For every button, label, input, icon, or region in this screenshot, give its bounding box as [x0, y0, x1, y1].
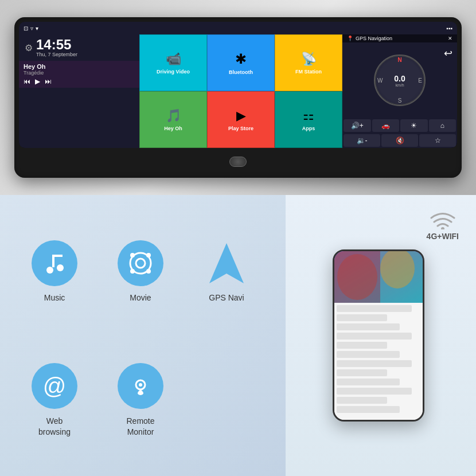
media-subtitle: Tragédie: [24, 70, 135, 76]
physical-home-button[interactable]: [229, 157, 247, 167]
svg-point-1: [57, 264, 64, 271]
svg-point-6: [130, 253, 135, 257]
next-button[interactable]: ⏭: [45, 77, 52, 85]
phone-content: [334, 303, 423, 420]
svg-point-12: [139, 383, 142, 387]
status-bar: ⊡ ▿ ▾ ▪▪▪: [19, 22, 457, 34]
app-tile-play-store[interactable]: ▶ Play Store: [207, 91, 275, 148]
phone-list-6: [337, 351, 400, 358]
app-tile-bluetooth[interactable]: ✱ Bluetooth: [207, 34, 275, 91]
feature-remote-monitor: RemoteMonitor: [103, 341, 178, 459]
compass-north: N: [397, 57, 401, 63]
compass-east: E: [418, 77, 422, 84]
fm-station-label: FM Station: [295, 69, 322, 75]
clock-section: ⚙ 14:55 Thu, 7 September: [19, 34, 139, 61]
svg-point-8: [130, 269, 135, 274]
phone-list-5: [337, 342, 387, 349]
wifi-badge: 4G+WIFI: [427, 206, 459, 241]
features-left: Music Movie: [0, 195, 281, 476]
app-tile-driving-video[interactable]: 📹 Driving Video: [139, 34, 207, 91]
web-browsing-label: Webbrowsing: [38, 416, 71, 436]
web-browsing-icon-circle: @: [32, 363, 77, 409]
settings-icon[interactable]: ⚙: [25, 42, 33, 53]
app-tile-fm-station[interactable]: 📡 FM Station: [275, 34, 342, 91]
phone-list-2: [337, 314, 387, 321]
gps-navi-icon-wrap: [204, 240, 249, 286]
prev-button[interactable]: ⏮: [24, 77, 30, 85]
gps-pin-icon: 📍: [347, 36, 353, 41]
remote-monitor-icon-circle: [118, 363, 163, 409]
svg-point-5: [136, 259, 145, 268]
fm-station-icon: 📡: [301, 52, 317, 67]
compass-west: W: [377, 77, 383, 84]
svg-rect-3: [52, 255, 63, 257]
play-store-label: Play Store: [228, 126, 253, 131]
car-button[interactable]: 🚗: [372, 119, 400, 132]
phone-list-3: [337, 323, 400, 330]
music-label: Music: [44, 293, 65, 302]
status-bar-left: ⊡ ▿ ▾: [24, 25, 38, 32]
brightness-down-button[interactable]: ☆: [419, 134, 456, 147]
vol-up-button[interactable]: 🔊+: [344, 119, 371, 132]
brightness-up-button[interactable]: ☀: [400, 119, 428, 132]
phone-list-10: [337, 388, 412, 395]
clock-date: Thu, 7 September: [36, 52, 77, 57]
svg-point-9: [146, 269, 151, 274]
svg-point-13: [441, 227, 444, 229]
phone-list-1: [337, 305, 412, 312]
gps-close-icon[interactable]: ✕: [448, 36, 452, 41]
clock-time: 14:55: [36, 38, 77, 52]
hey-oh-icon: 🎵: [166, 108, 181, 123]
movie-label: Movie: [130, 293, 151, 302]
feature-music: Music: [17, 212, 92, 330]
mute-button[interactable]: 🔇: [381, 134, 418, 147]
phone-screen: [334, 251, 423, 420]
status-icon-3: ▾: [36, 25, 38, 32]
phone-list-7: [337, 360, 412, 367]
screen-content: ⚙ 14:55 Thu, 7 September Hey Oh Tragédie…: [19, 34, 457, 148]
music-icon: [43, 252, 66, 275]
movie-icon-circle: [118, 240, 163, 286]
play-button[interactable]: ▶: [35, 77, 40, 85]
app-grid: 📹 Driving Video ✱ Bluetooth 📡 FM Station…: [139, 34, 342, 148]
gps-navi-icon: [206, 240, 247, 286]
gps-bar: 📍 GPS Navigation ✕: [342, 34, 457, 42]
media-title: Hey Oh: [24, 63, 135, 70]
wifi-icon: [428, 206, 457, 229]
music-icon-circle: [32, 240, 77, 286]
bluetooth-icon: ✱: [235, 51, 247, 67]
feature-web-browsing: @ Webbrowsing: [17, 341, 92, 459]
home-button[interactable]: ⌂: [429, 119, 457, 132]
feature-movie: Movie: [103, 212, 178, 330]
app-tile-apps[interactable]: ⚏ Apps: [275, 91, 342, 148]
back-button[interactable]: ↩: [444, 47, 452, 60]
driving-video-label: Driving Video: [157, 69, 190, 75]
compass-south: S: [398, 97, 402, 104]
svg-point-7: [146, 253, 151, 257]
gps-navi-label: GPS Navi: [209, 293, 244, 302]
feature-grid: Music Movie: [17, 212, 264, 459]
hey-oh-label: Hey Oh: [164, 126, 182, 131]
svg-point-17: [337, 254, 377, 300]
media-section: Hey Oh Tragédie ⏮ ▶ ⏭: [19, 61, 139, 88]
phone-mockup: [333, 249, 424, 422]
compass: N S E W 0.0 km/h: [374, 54, 426, 106]
phone-list-8: [337, 369, 387, 376]
vol-down-button[interactable]: 🔉-: [344, 134, 380, 147]
left-panel: ⚙ 14:55 Thu, 7 September Hey Oh Tragédie…: [19, 34, 139, 148]
right-panel: 📍 GPS Navigation ✕ N S E W: [342, 34, 457, 148]
svg-marker-10: [209, 243, 244, 283]
driving-video-icon: 📹: [166, 52, 181, 67]
phone-list-9: [337, 379, 400, 385]
svg-point-0: [46, 267, 53, 274]
features-section: Music Movie: [0, 195, 476, 476]
app-tile-hey-oh[interactable]: 🎵 Hey Oh: [139, 91, 207, 148]
clock-info: 14:55 Thu, 7 September: [36, 38, 77, 57]
media-controls: ⏮ ▶ ⏭: [24, 77, 135, 85]
play-store-icon: ▶: [236, 108, 246, 123]
phone-header-bg: [334, 251, 423, 303]
compass-area: N S E W 0.0 km/h ↩: [342, 42, 457, 118]
bluetooth-label: Bluetooth: [229, 69, 253, 75]
car-dashboard-device: ⊡ ▿ ▾ ▪▪▪ ⚙ 14:55 Thu, 7 September: [14, 17, 462, 178]
device-section: ⊡ ▿ ▾ ▪▪▪ ⚙ 14:55 Thu, 7 September: [0, 0, 476, 195]
